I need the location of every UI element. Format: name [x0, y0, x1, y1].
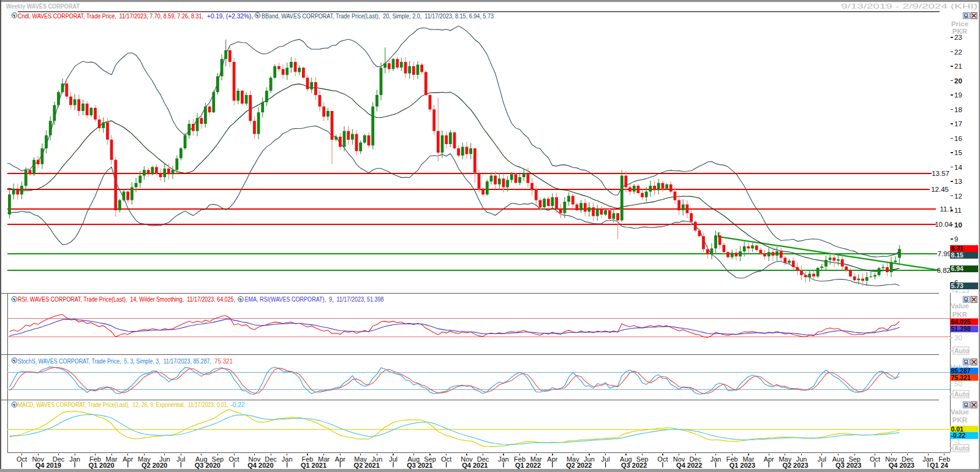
svg-text:MACD, WAVES CORPORAT, Trade Pr: MACD, WAVES CORPORAT, Trade Price(Last),…	[18, 401, 228, 408]
svg-text:+0.19, (+2.32%),: +0.19, (+2.32%),	[207, 12, 253, 20]
svg-text:Q4 2023: Q4 2023	[889, 462, 914, 469]
svg-text:Q1 2021: Q1 2021	[301, 462, 326, 469]
svg-text:Apr: Apr	[764, 455, 774, 463]
svg-text:Oct: Oct	[17, 455, 27, 463]
svg-text:Jul: Jul	[176, 455, 185, 463]
svg-text:50: 50	[954, 380, 962, 387]
svg-text:RSI, WAVES CORPORAT, Trade Pri: RSI, WAVES CORPORAT, Trade Price(Last), …	[18, 295, 235, 303]
svg-text:Value: Value	[951, 302, 969, 310]
svg-text:Apr: Apr	[335, 455, 345, 463]
svg-text:Apr: Apr	[547, 455, 557, 463]
svg-text:18: 18	[954, 106, 962, 113]
svg-text:13: 13	[954, 178, 962, 185]
svg-text:75.321: 75.321	[214, 357, 233, 365]
svg-text:12.45: 12.45	[931, 186, 949, 193]
svg-text:PKR: PKR	[952, 311, 968, 318]
svg-text:Q3 2023: Q3 2023	[835, 462, 861, 469]
svg-text:15: 15	[954, 149, 962, 156]
svg-text:Q3 2020: Q3 2020	[195, 462, 221, 469]
svg-text:Jul: Jul	[818, 455, 826, 463]
svg-text:StochS, WAVES CORPORAT, Trade: StochS, WAVES CORPORAT, Trade Price, 5, …	[18, 357, 211, 365]
svg-text:7.99: 7.99	[938, 250, 951, 257]
svg-text:11: 11	[954, 207, 962, 214]
svg-text:51.398: 51.398	[951, 325, 971, 332]
svg-text:21: 21	[954, 63, 962, 70]
svg-text:9: 9	[954, 235, 958, 243]
svg-text:9/13/2019 - 2/9/2024 (KHI): 9/13/2019 - 2/9/2024 (KHI)	[841, 2, 978, 10]
svg-text:Value: Value	[951, 408, 969, 416]
svg-text:Q4 2020: Q4 2020	[247, 462, 273, 469]
svg-text:Weekly WAVES CORPORAT: Weekly WAVES CORPORAT	[6, 2, 80, 10]
svg-text:8.15: 8.15	[951, 251, 964, 259]
svg-text:Q1 2022: Q1 2022	[515, 462, 541, 469]
svg-text:20: 20	[954, 77, 962, 85]
svg-text:17: 17	[954, 120, 962, 128]
svg-text:Q2 2023: Q2 2023	[782, 462, 808, 469]
svg-text:Oct: Oct	[441, 455, 451, 463]
svg-text:Jan: Jan	[282, 455, 293, 463]
svg-text:Q1 24: Q1 24	[930, 462, 949, 469]
svg-text:5.73: 5.73	[951, 282, 964, 289]
svg-text:12: 12	[954, 192, 962, 200]
svg-text:BBand, WAVES CORPORAT, Trade P: BBand, WAVES CORPORAT, Trade Price(Last)…	[262, 12, 494, 20]
svg-text:10: 10	[954, 221, 962, 229]
svg-text:Jan: Jan	[498, 455, 509, 463]
svg-text:PKR: PKR	[952, 416, 968, 424]
svg-text:Q4 2019: Q4 2019	[36, 462, 61, 469]
svg-text:Q2 2022: Q2 2022	[566, 462, 592, 469]
svg-text:14: 14	[954, 164, 962, 171]
svg-text:Q2 2021: Q2 2021	[354, 462, 380, 469]
svg-text:Q3 2022: Q3 2022	[621, 462, 647, 469]
svg-text:6.94: 6.94	[951, 265, 964, 272]
svg-text:22: 22	[954, 48, 962, 56]
svg-text:10.04: 10.04	[935, 221, 952, 228]
svg-text:EMA, RSI(WAVES CORPORAT), 9,: EMA, RSI(WAVES CORPORAT), 9, 11/17/2023,…	[245, 295, 384, 303]
svg-text:Q3 2021: Q3 2021	[407, 462, 432, 469]
svg-text:Q4 2022: Q4 2022	[676, 462, 702, 469]
svg-text:PKR: PKR	[952, 28, 968, 35]
svg-text:Auto: Auto	[954, 444, 969, 452]
svg-text:11.1: 11.1	[940, 205, 953, 213]
svg-text:Q4 2021: Q4 2021	[462, 462, 488, 469]
svg-text:Oct: Oct	[229, 455, 239, 463]
svg-text:Jan: Jan	[710, 455, 722, 463]
svg-text:Auto: Auto	[954, 347, 969, 354]
svg-text:Q1 2020: Q1 2020	[88, 462, 114, 469]
svg-text:6.82: 6.82	[937, 267, 951, 274]
svg-text:Apr: Apr	[123, 455, 133, 463]
svg-text:Auto: Auto	[954, 390, 969, 398]
svg-text:-0.22: -0.22	[231, 401, 245, 408]
svg-text:64.025: 64.025	[951, 318, 971, 325]
svg-text:Oct: Oct	[657, 455, 668, 463]
svg-text:Jan: Jan	[69, 455, 80, 463]
svg-text:Jul: Jul	[389, 455, 398, 463]
svg-text:Price: Price	[951, 20, 968, 28]
svg-text:19: 19	[954, 91, 962, 99]
svg-text:13.57: 13.57	[932, 170, 949, 177]
svg-text:16: 16	[954, 135, 962, 142]
svg-text:30: 30	[954, 334, 962, 341]
svg-text:Q2 2020: Q2 2020	[141, 462, 167, 469]
svg-text:Oct: Oct	[870, 455, 880, 463]
svg-text:Q1 2023: Q1 2023	[729, 462, 755, 469]
svg-text:Cndl, WAVES CORPORAT, Trade Pr: Cndl, WAVES CORPORAT, Trade Price, 11/17…	[18, 12, 203, 20]
svg-text:Jul: Jul	[601, 455, 610, 463]
